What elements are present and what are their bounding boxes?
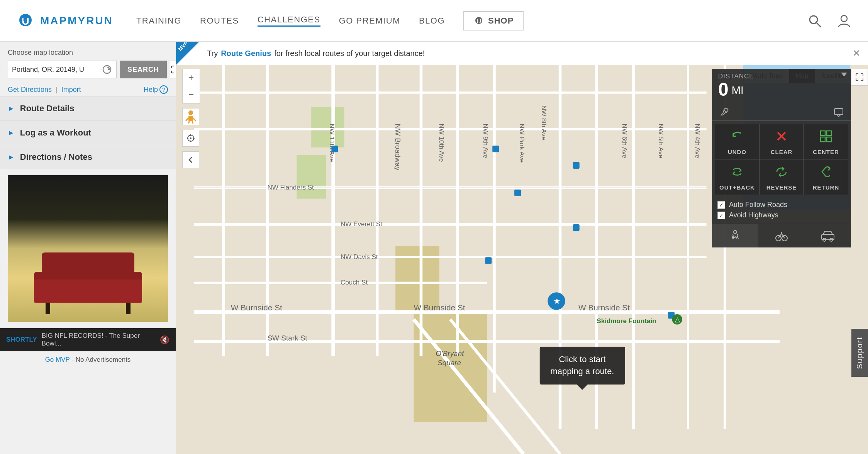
svg-text:Skidmore Fountain: Skidmore Fountain <box>597 317 656 325</box>
search-input[interactable] <box>12 66 102 74</box>
svg-rect-52 <box>492 146 499 152</box>
svg-rect-53 <box>573 162 580 169</box>
directions-notes-accordion[interactable]: ► Directions / Notes <box>0 145 176 169</box>
avoid-highways-checkbox[interactable]: ✓ <box>717 212 725 219</box>
ua-logo-icon <box>15 12 36 29</box>
reverse-button[interactable]: REVERSE <box>760 159 804 195</box>
log-workout-accordion[interactable]: ► Log as a Workout <box>0 120 176 145</box>
comment-tool-icon[interactable] <box>830 103 847 120</box>
route-panel: DISTANCE 0 MI <box>712 69 851 247</box>
no-ads-text: - No Advertisements <box>70 356 131 363</box>
sofa-leg-2 <box>126 303 131 314</box>
avoid-highways-label: Avoid Highways <box>729 211 778 219</box>
svg-text:Couch St: Couch St <box>341 279 368 286</box>
svg-line-70 <box>192 121 193 124</box>
actions-separator: | <box>56 86 58 94</box>
out-back-arrow-icon <box>730 165 744 179</box>
help-link[interactable]: Help ? <box>144 85 168 94</box>
svg-line-68 <box>193 118 195 120</box>
svg-rect-78 <box>834 108 843 115</box>
pegman-button[interactable] <box>182 108 199 125</box>
ad-label: SHORTLY <box>6 336 37 344</box>
route-details-header: ► Route Details <box>0 97 176 120</box>
distance-dropdown[interactable] <box>841 73 847 76</box>
shop-label: SHOP <box>488 16 514 26</box>
svg-point-85 <box>734 230 737 234</box>
svg-text:NW 4th Ave: NW 4th Ave <box>694 124 701 158</box>
sidebar-actions: Get Directions | Import Help ? <box>0 83 176 96</box>
clear-button[interactable]: CLEAR <box>760 124 804 159</box>
route-details-accordion[interactable]: ► Route Details <box>0 96 176 120</box>
nav-training[interactable]: TRAINING <box>136 16 181 26</box>
center-icon <box>819 129 833 146</box>
car-mode-button[interactable] <box>805 224 851 247</box>
avoid-highways-option: ✓ Avoid Highways <box>717 211 846 219</box>
tooltip-arrow <box>577 385 588 390</box>
zoom-out-button[interactable]: − <box>183 86 200 103</box>
out-back-button[interactable]: OUT+BACK <box>715 159 759 195</box>
return-button[interactable]: RETURN <box>804 159 848 195</box>
tooltip-text: Click to startmapping a route. <box>550 354 614 376</box>
center-button[interactable]: CENTER <box>804 124 848 159</box>
import-link[interactable]: Import <box>61 86 81 94</box>
svg-text:NW 8th Ave: NW 8th Ave <box>540 105 548 140</box>
get-directions-link[interactable]: Get Directions <box>8 86 52 94</box>
reverse-arrow-icon <box>775 165 788 179</box>
svg-text:W Burnside St: W Burnside St <box>414 303 465 312</box>
svg-point-65 <box>188 110 193 115</box>
nav-go-premium[interactable]: GO PREMIUM <box>339 16 400 26</box>
svg-text:O'Bryant: O'Bryant <box>436 349 464 357</box>
expand-map-fullscreen-button[interactable] <box>851 69 868 86</box>
distance-unit: MI <box>732 84 744 97</box>
header-icons <box>806 12 853 29</box>
crosshair-icon <box>186 134 195 143</box>
undo-button[interactable]: UNDO <box>715 124 759 159</box>
walk-mode-button[interactable] <box>712 224 758 247</box>
route-genius-link[interactable]: Route Genius <box>221 49 271 58</box>
svg-text:NW Flanders St: NW Flanders St <box>267 184 314 191</box>
sofa-back <box>42 252 134 283</box>
ad-text: BIG NFL RECORDS! - The Super Bowl... <box>42 332 155 347</box>
clear-icon <box>775 129 788 146</box>
ua-shop-icon <box>473 16 484 25</box>
auto-follow-checkbox[interactable]: ✓ <box>717 201 725 209</box>
svg-text:NW Park Ave: NW Park Ave <box>518 124 526 163</box>
return-icon <box>819 165 833 182</box>
support-tab[interactable]: Support <box>851 329 868 377</box>
refresh-location-icon[interactable] <box>102 64 112 75</box>
go-mvp-link[interactable]: Go MVP <box>45 356 70 363</box>
arrow-left-icon <box>187 156 195 164</box>
close-banner-button[interactable]: ✕ <box>853 48 860 59</box>
svg-line-67 <box>186 118 188 120</box>
wrench-tool-icon[interactable] <box>716 103 733 120</box>
collapse-sidebar-button[interactable] <box>182 151 199 168</box>
bike-mode-button[interactable] <box>758 224 805 247</box>
zoom-in-button[interactable]: + <box>183 69 200 86</box>
svg-point-72 <box>190 137 192 139</box>
map-area: MVP Try Route Genius for fresh local rou… <box>176 42 868 454</box>
ad-visual <box>8 175 168 322</box>
search-icon-button[interactable] <box>806 12 823 29</box>
svg-rect-83 <box>821 137 825 142</box>
svg-line-87 <box>737 236 738 239</box>
mute-icon[interactable]: 🔇 <box>160 335 170 344</box>
undo-arrow-icon <box>730 129 744 143</box>
nav-blog[interactable]: BLOG <box>419 16 445 26</box>
shop-button[interactable]: SHOP <box>463 11 524 30</box>
svg-line-1 <box>817 23 821 27</box>
pegman-icon <box>185 110 196 124</box>
search-button[interactable]: SEARCH <box>120 61 167 78</box>
center-label: CENTER <box>813 149 839 155</box>
nav-routes[interactable]: ROUTES <box>200 16 239 26</box>
main-layout: Choose map location SEARCH <box>0 42 868 454</box>
route-panel-header: DISTANCE 0 MI <box>712 69 851 101</box>
sofa-graphic <box>34 252 142 314</box>
crosshair-button[interactable] <box>182 130 199 147</box>
distance-label: DISTANCE <box>718 73 845 80</box>
ad-bar: SHORTLY BIG NFL RECORDS! - The Super Bow… <box>0 328 176 351</box>
route-actions-grid: UNDO CLEAR <box>715 124 848 195</box>
return-arrow-icon <box>819 165 833 179</box>
nav-challenges[interactable]: CHALLENGES <box>258 15 320 27</box>
user-profile-icon-button[interactable] <box>836 12 853 29</box>
svg-line-77 <box>724 110 727 113</box>
